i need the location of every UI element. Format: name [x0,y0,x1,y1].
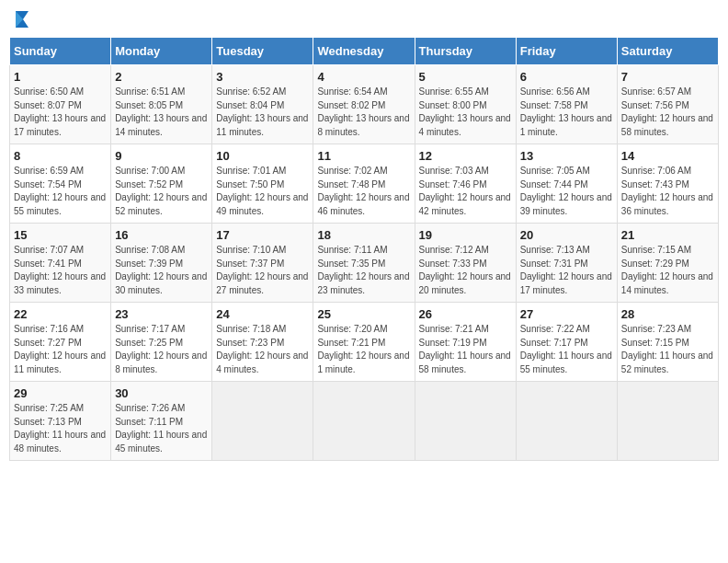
cell-day-number: 19 [419,228,512,242]
calendar-cell [313,382,415,461]
calendar-week-row: 1Sunrise: 6:50 AMSunset: 8:07 PMDaylight… [10,65,719,144]
cell-day-number: 1 [14,70,107,84]
calendar-cell: 25Sunrise: 7:20 AMSunset: 7:21 PMDayligh… [313,303,415,382]
cell-day-number: 7 [621,70,714,84]
calendar-cell: 1Sunrise: 6:50 AMSunset: 8:07 PMDaylight… [10,65,111,144]
calendar-cell: 20Sunrise: 7:13 AMSunset: 7:31 PMDayligh… [516,224,617,303]
cell-info: Sunrise: 7:22 AMSunset: 7:17 PMDaylight:… [520,323,613,376]
cell-info: Sunrise: 7:20 AMSunset: 7:21 PMDaylight:… [317,323,410,376]
calendar-cell: 6Sunrise: 6:56 AMSunset: 7:58 PMDaylight… [516,65,617,144]
cell-info: Sunrise: 7:07 AMSunset: 7:41 PMDaylight:… [14,244,107,297]
cell-info: Sunrise: 7:25 AMSunset: 7:13 PMDaylight:… [14,402,107,455]
cell-info: Sunrise: 7:21 AMSunset: 7:19 PMDaylight:… [419,323,512,376]
calendar-cell: 5Sunrise: 6:55 AMSunset: 8:00 PMDaylight… [415,65,516,144]
cell-day-number: 5 [419,70,512,84]
cell-day-number: 20 [520,228,613,242]
day-header-friday: Friday [516,38,617,65]
cell-day-number: 30 [115,386,208,400]
cell-day-number: 29 [14,386,107,400]
calendar-cell: 24Sunrise: 7:18 AMSunset: 7:23 PMDayligh… [212,303,313,382]
cell-info: Sunrise: 7:15 AMSunset: 7:29 PMDaylight:… [621,244,714,297]
calendar-table: SundayMondayTuesdayWednesdayThursdayFrid… [9,37,719,461]
calendar-cell: 17Sunrise: 7:10 AMSunset: 7:37 PMDayligh… [212,224,313,303]
calendar-cell: 2Sunrise: 6:51 AMSunset: 8:05 PMDaylight… [111,65,212,144]
cell-day-number: 4 [317,70,410,84]
logo [13,9,31,29]
cell-info: Sunrise: 7:17 AMSunset: 7:25 PMDaylight:… [115,323,208,376]
calendar-cell: 30Sunrise: 7:26 AMSunset: 7:11 PMDayligh… [111,382,212,461]
cell-day-number: 22 [14,307,107,321]
calendar-cell: 12Sunrise: 7:03 AMSunset: 7:46 PMDayligh… [415,144,516,224]
cell-info: Sunrise: 7:05 AMSunset: 7:44 PMDaylight:… [520,165,613,218]
calendar-cell: 18Sunrise: 7:11 AMSunset: 7:35 PMDayligh… [313,224,415,303]
day-header-wednesday: Wednesday [313,38,415,65]
calendar-week-row: 29Sunrise: 7:25 AMSunset: 7:13 PMDayligh… [10,382,719,461]
calendar-cell: 23Sunrise: 7:17 AMSunset: 7:25 PMDayligh… [111,303,212,382]
cell-info: Sunrise: 7:02 AMSunset: 7:48 PMDaylight:… [317,165,410,218]
calendar-cell: 10Sunrise: 7:01 AMSunset: 7:50 PMDayligh… [212,144,313,224]
cell-info: Sunrise: 7:01 AMSunset: 7:50 PMDaylight:… [216,165,309,218]
cell-info: Sunrise: 7:12 AMSunset: 7:33 PMDaylight:… [419,244,512,297]
cell-info: Sunrise: 7:06 AMSunset: 7:43 PMDaylight:… [621,165,714,218]
cell-day-number: 18 [317,228,410,242]
calendar-cell [617,382,718,461]
calendar-week-row: 8Sunrise: 6:59 AMSunset: 7:54 PMDaylight… [10,144,719,224]
calendar-cell: 14Sunrise: 7:06 AMSunset: 7:43 PMDayligh… [617,144,718,224]
cell-day-number: 15 [14,228,107,242]
calendar-cell [415,382,516,461]
calendar-cell: 15Sunrise: 7:07 AMSunset: 7:41 PMDayligh… [10,224,111,303]
cell-day-number: 6 [520,70,613,84]
cell-info: Sunrise: 7:00 AMSunset: 7:52 PMDaylight:… [115,165,208,218]
cell-info: Sunrise: 6:57 AMSunset: 7:56 PMDaylight:… [621,86,714,139]
calendar-week-row: 15Sunrise: 7:07 AMSunset: 7:41 PMDayligh… [10,224,719,303]
cell-info: Sunrise: 7:26 AMSunset: 7:11 PMDaylight:… [115,402,208,455]
cell-info: Sunrise: 7:13 AMSunset: 7:31 PMDaylight:… [520,244,613,297]
cell-day-number: 3 [216,70,309,84]
cell-day-number: 10 [216,149,309,163]
cell-info: Sunrise: 6:55 AMSunset: 8:00 PMDaylight:… [419,86,512,139]
cell-day-number: 8 [14,149,107,163]
cell-info: Sunrise: 7:23 AMSunset: 7:15 PMDaylight:… [621,323,714,376]
calendar-cell: 26Sunrise: 7:21 AMSunset: 7:19 PMDayligh… [415,303,516,382]
cell-info: Sunrise: 6:59 AMSunset: 7:54 PMDaylight:… [14,165,107,218]
cell-info: Sunrise: 6:56 AMSunset: 7:58 PMDaylight:… [520,86,613,139]
calendar-cell: 13Sunrise: 7:05 AMSunset: 7:44 PMDayligh… [516,144,617,224]
cell-day-number: 23 [115,307,208,321]
cell-day-number: 26 [419,307,512,321]
cell-day-number: 17 [216,228,309,242]
cell-day-number: 25 [317,307,410,321]
calendar-cell: 4Sunrise: 6:54 AMSunset: 8:02 PMDaylight… [313,65,415,144]
calendar-cell: 29Sunrise: 7:25 AMSunset: 7:13 PMDayligh… [10,382,111,461]
calendar-cell: 11Sunrise: 7:02 AMSunset: 7:48 PMDayligh… [313,144,415,224]
cell-info: Sunrise: 6:51 AMSunset: 8:05 PMDaylight:… [115,86,208,139]
calendar-cell [212,382,313,461]
calendar-cell: 16Sunrise: 7:08 AMSunset: 7:39 PMDayligh… [111,224,212,303]
day-header-thursday: Thursday [415,38,516,65]
cell-day-number: 28 [621,307,714,321]
cell-info: Sunrise: 7:18 AMSunset: 7:23 PMDaylight:… [216,323,309,376]
cell-day-number: 16 [115,228,208,242]
calendar-cell: 19Sunrise: 7:12 AMSunset: 7:33 PMDayligh… [415,224,516,303]
cell-day-number: 14 [621,149,714,163]
cell-info: Sunrise: 6:52 AMSunset: 8:04 PMDaylight:… [216,86,309,139]
day-header-sunday: Sunday [10,38,111,65]
day-header-saturday: Saturday [617,38,718,65]
calendar-cell: 8Sunrise: 6:59 AMSunset: 7:54 PMDaylight… [10,144,111,224]
calendar-cell: 21Sunrise: 7:15 AMSunset: 7:29 PMDayligh… [617,224,718,303]
cell-day-number: 2 [115,70,208,84]
cell-day-number: 27 [520,307,613,321]
calendar-week-row: 22Sunrise: 7:16 AMSunset: 7:27 PMDayligh… [10,303,719,382]
logo-flag-icon [14,9,30,29]
calendar-cell [516,382,617,461]
calendar-header-row: SundayMondayTuesdayWednesdayThursdayFrid… [10,38,719,65]
calendar-cell: 3Sunrise: 6:52 AMSunset: 8:04 PMDaylight… [212,65,313,144]
cell-info: Sunrise: 6:50 AMSunset: 8:07 PMDaylight:… [14,86,107,139]
calendar-cell: 22Sunrise: 7:16 AMSunset: 7:27 PMDayligh… [10,303,111,382]
calendar-cell: 7Sunrise: 6:57 AMSunset: 7:56 PMDaylight… [617,65,718,144]
cell-info: Sunrise: 7:11 AMSunset: 7:35 PMDaylight:… [317,244,410,297]
cell-info: Sunrise: 7:08 AMSunset: 7:39 PMDaylight:… [115,244,208,297]
cell-info: Sunrise: 7:16 AMSunset: 7:27 PMDaylight:… [14,323,107,376]
day-header-monday: Monday [111,38,212,65]
cell-day-number: 13 [520,149,613,163]
page-header [9,9,719,29]
